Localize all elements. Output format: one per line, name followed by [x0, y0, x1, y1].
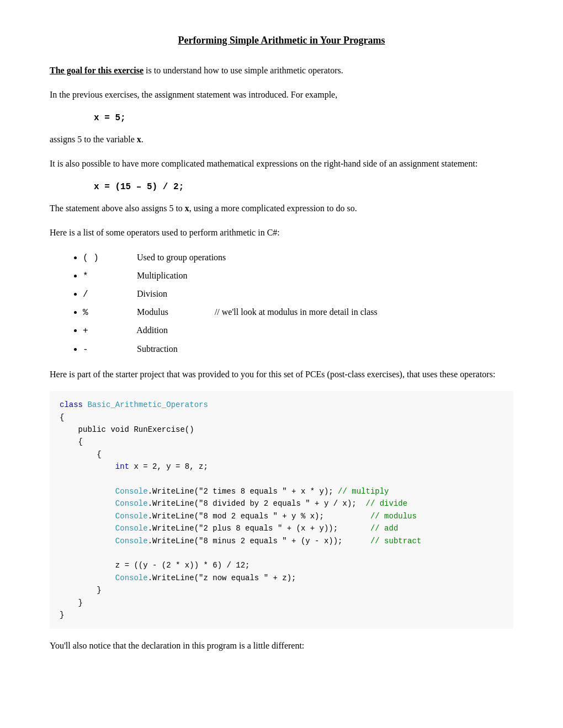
- list-item: - Subtraction: [83, 341, 513, 357]
- code-console-1-rest: .WriteLine("2 times 8 equals " + x * y);…: [148, 487, 389, 496]
- code-block: class Basic_Arithmetic_Operators { publi…: [50, 391, 513, 629]
- code-var-decl: x = 2, y = 8, z;: [129, 462, 208, 471]
- code-console-3-rest: .WriteLine("8 mod 2 equals " + y % x); /…: [148, 512, 417, 521]
- intro-text: is to understand how to use simple arith…: [144, 66, 343, 75]
- op-subtract: -: [83, 342, 99, 357]
- code-class-keyword: class: [60, 400, 83, 409]
- paragraph-2: assigns 5 to the variable x.: [50, 132, 513, 147]
- intro-paragraph: The goal for this exercise is to underst…: [50, 63, 513, 78]
- code-public: public void RunExercise(): [78, 425, 194, 434]
- op-add: +: [83, 324, 99, 339]
- code-console-4-rest: .WriteLine("2 plus 8 equals " + (x + y))…: [148, 524, 399, 533]
- code-console-5-rest: .WriteLine("8 minus 2 equals " + (y - x)…: [148, 537, 422, 545]
- code-brace-method-close: }: [78, 598, 83, 607]
- code-brace-open: {: [60, 413, 64, 422]
- para4-bold: x: [185, 204, 189, 213]
- operators-list: ( ) Used to group operations * Multiplic…: [83, 250, 513, 357]
- code-console-2: Console: [115, 499, 148, 508]
- para2-prefix: assigns 5 to the variable: [50, 135, 137, 144]
- para4-suffix: , using a more complicated expression to…: [189, 204, 357, 213]
- op-multiply: *: [83, 269, 99, 284]
- code-console-6: Console: [115, 574, 148, 582]
- para2-bold: x: [137, 135, 141, 144]
- list-item: ( ) Used to group operations: [83, 250, 513, 266]
- page-title: Performing Simple Arithmetic in Your Pro…: [50, 33, 513, 48]
- list-item: / Division: [83, 286, 513, 302]
- paragraph-5: Here is a list of some operators used to…: [50, 226, 513, 240]
- code-console-3: Console: [115, 512, 148, 521]
- op-modulus: %: [83, 306, 99, 320]
- code-console-5: Console: [115, 537, 148, 545]
- code-console-4: Console: [115, 524, 148, 533]
- code-int-keyword: int: [115, 462, 129, 471]
- paragraph-3: It is also possible to have more complic…: [50, 157, 513, 171]
- op-parens-desc: Used to group operations: [137, 253, 226, 262]
- paragraph-6: Here is part of the starter project that…: [50, 367, 513, 382]
- list-item: % Modulus // we'll look at modulus in mo…: [83, 304, 513, 320]
- op-parens: ( ): [83, 251, 99, 266]
- op-subtract-desc: Subtraction: [137, 344, 178, 354]
- paragraph-1: In the previous exercises, the assignmen…: [50, 88, 513, 102]
- op-add-desc: Addition: [136, 325, 168, 335]
- paragraph-7: You'll also notice that the declaration …: [50, 639, 513, 653]
- op-divide: /: [83, 287, 99, 302]
- code-console-1: Console: [115, 487, 148, 496]
- code-brace-method: {: [78, 437, 83, 446]
- para2-suffix: .: [141, 135, 144, 144]
- code-brace-inner: {: [97, 450, 101, 459]
- op-divide-desc: Division: [137, 289, 167, 298]
- example-1: x = 5;: [94, 111, 513, 125]
- code-brace-class-close: }: [60, 611, 64, 619]
- code-console-2-rest: .WriteLine("8 divided by 2 equals " + y …: [148, 499, 408, 508]
- op-multiply-desc: Multiplication: [137, 271, 188, 280]
- example-2: x = (15 – 5) / 2;: [94, 180, 513, 194]
- paragraph-4: The statement above also assigns 5 to x,…: [50, 201, 513, 216]
- code-console-6-rest: .WriteLine("z now equals " + z);: [148, 574, 296, 582]
- para4-prefix: The statement above also assigns 5 to: [50, 204, 185, 213]
- code-brace-inner-close: }: [97, 586, 101, 595]
- intro-label: The goal for this exercise: [50, 66, 144, 75]
- op-modulus-desc: Modulus: [137, 307, 168, 317]
- op-modulus-comment: // we'll look at modulus in more detail …: [215, 304, 378, 319]
- code-z-assign: z = ((y - (2 * x)) * 6) / 12;: [115, 561, 250, 570]
- code-class-name: Basic_Arithmetic_Operators: [83, 400, 208, 409]
- list-item: + Addition: [83, 323, 513, 339]
- list-item: * Multiplication: [83, 268, 513, 284]
